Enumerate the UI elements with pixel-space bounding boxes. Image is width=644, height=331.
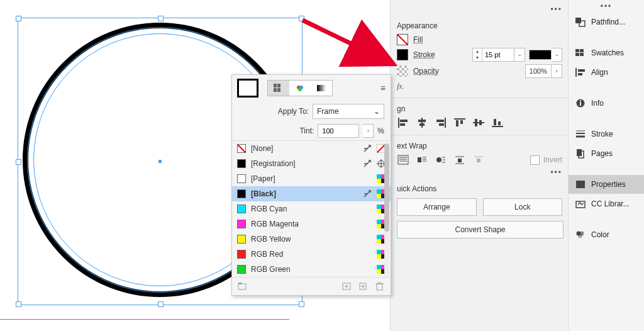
opacity-dropdown[interactable]: › [552, 64, 562, 78]
resize-handle[interactable] [299, 301, 304, 307]
fx-button[interactable]: fx. [397, 82, 562, 91]
swatch-grid-icon[interactable] [268, 81, 289, 96]
svg-rect-13 [475, 119, 477, 126]
align-left-icon[interactable] [397, 117, 409, 128]
wrap-jump-icon[interactable] [453, 154, 466, 166]
panel-tab-align[interactable]: Align [569, 63, 644, 82]
align-vcenter-icon[interactable] [472, 117, 485, 128]
fill-stroke-proxy[interactable] [237, 79, 258, 98]
align-hcenter-icon[interactable] [416, 117, 428, 128]
add-to-cc-icon[interactable] [341, 281, 353, 291]
convert-shape-button[interactable]: Convert Shape [397, 221, 564, 238]
panel-tab-label: Pages [591, 149, 613, 158]
panel-tab-stroke[interactable]: Stroke [569, 125, 644, 144]
svg-rect-8 [439, 123, 444, 126]
swatch-name: RGB Cyan [251, 205, 358, 213]
svg-rect-12 [473, 122, 484, 123]
stroke-weight-dropdown[interactable]: ⌄ [514, 48, 525, 62]
properties-icon [575, 179, 586, 189]
svg-rect-97 [377, 265, 381, 269]
opacity-value[interactable]: 100% [525, 64, 552, 78]
tint-input[interactable] [318, 124, 359, 138]
swatch-item[interactable]: RGB Magenta [232, 216, 391, 232]
scrollbar-thumb[interactable] [384, 143, 389, 232]
resize-handle[interactable] [16, 301, 21, 307]
panel-tab-info[interactable]: Info [569, 94, 644, 113]
stroke-weight-stepper[interactable]: ▲▼ [472, 48, 514, 62]
arrange-button[interactable]: Arrange [397, 198, 477, 216]
svg-rect-45 [580, 102, 581, 106]
panel-tab-properties[interactable]: Properties [569, 175, 644, 194]
wrap-shape-icon[interactable] [435, 154, 447, 166]
resize-handle[interactable] [158, 16, 164, 21]
svg-rect-64 [317, 85, 326, 91]
swatch-item[interactable]: RGB Green [232, 262, 391, 277]
svg-rect-22 [418, 157, 421, 162]
resize-handle[interactable] [16, 159, 21, 165]
swatch-item[interactable]: [Registration] [232, 156, 391, 171]
wrap-none-icon[interactable] [397, 154, 409, 166]
panel-tab-color[interactable]: Color [569, 225, 644, 245]
wrap-bbox-icon[interactable] [416, 154, 428, 166]
new-swatch-icon[interactable] [358, 281, 369, 291]
svg-point-63 [298, 87, 302, 91]
panel-menu-icon[interactable]: ••• [397, 5, 562, 15]
panel-tab-pages[interactable]: Pages [569, 144, 644, 164]
stroke-style-dropdown[interactable]: ⌄ [552, 48, 562, 62]
svg-rect-41 [575, 68, 577, 77]
apply-to-select[interactable]: Frame⌄ [313, 104, 384, 119]
swatch-item[interactable]: [Paper] [232, 171, 391, 186]
align-top-icon[interactable] [453, 117, 466, 128]
swatches-icon [575, 48, 586, 58]
svg-point-56 [578, 234, 582, 238]
swatch-item[interactable]: RGB Yellow [232, 232, 391, 247]
align-right-icon[interactable] [435, 117, 447, 128]
gradient-icon[interactable] [311, 81, 332, 96]
panel-submenu-icon[interactable]: ••• [397, 168, 562, 178]
stroke-label[interactable]: Stroke [413, 50, 435, 59]
pages-icon [575, 149, 586, 159]
new-group-icon[interactable] [237, 281, 248, 291]
panel-tab-swatches[interactable]: Swatches [569, 43, 644, 63]
properties-panel: ••• Appearance Fill Stroke ▲▼ ⌄ ⌄ Opacit… [390, 0, 569, 331]
stroke-weight-input[interactable] [482, 51, 514, 59]
svg-rect-72 [377, 174, 381, 179]
info-icon [575, 98, 586, 108]
resize-handle[interactable] [299, 16, 304, 21]
panel-tab-label: Align [591, 68, 608, 77]
panel-tab-cclibs[interactable]: CC Librar... [569, 194, 644, 214]
svg-rect-5 [419, 123, 425, 126]
quick-actions-heading-partial: uick Actions [397, 184, 562, 193]
panel-dock: ••• Pathfind...SwatchesAlignInfoStrokePa… [568, 0, 644, 331]
fill-label[interactable]: Fill [413, 35, 423, 44]
svg-rect-101 [238, 284, 246, 289]
stroke-style-preview[interactable] [529, 50, 552, 60]
tint-dropdown[interactable]: › [363, 124, 374, 138]
stroke-swatch[interactable] [397, 49, 408, 60]
popup-menu-icon[interactable]: ≡ [380, 83, 386, 93]
invert-checkbox[interactable] [530, 155, 540, 165]
swatch-item[interactable]: RGB Red [232, 247, 391, 262]
swatch-item[interactable]: RGB Cyan [232, 201, 391, 216]
resize-handle[interactable] [158, 301, 164, 307]
panel-tab-pathfinder[interactable]: Pathfind... [569, 13, 644, 32]
lock-button[interactable]: Lock [483, 198, 563, 216]
opacity-label[interactable]: Opacity [413, 67, 439, 76]
svg-rect-17 [498, 121, 501, 125]
fill-swatch[interactable] [397, 34, 408, 45]
svg-rect-0 [398, 118, 399, 128]
svg-rect-95 [377, 254, 381, 259]
svg-rect-15 [492, 126, 503, 127]
dock-menu-icon[interactable]: ••• [569, 0, 644, 13]
swatch-name: [Paper] [251, 174, 358, 183]
color-mixer-icon[interactable] [289, 81, 311, 96]
trash-icon[interactable] [374, 281, 386, 291]
swatch-item[interactable]: [None] [232, 141, 391, 156]
swatch-item[interactable]: [Black] [232, 186, 391, 201]
svg-rect-34 [477, 159, 480, 162]
svg-rect-87 [377, 224, 381, 228]
align-bottom-icon[interactable] [491, 117, 504, 128]
swatch-name: RGB Red [251, 250, 358, 259]
wrap-jumpcol-icon[interactable] [472, 154, 485, 166]
resize-handle[interactable] [16, 16, 21, 21]
